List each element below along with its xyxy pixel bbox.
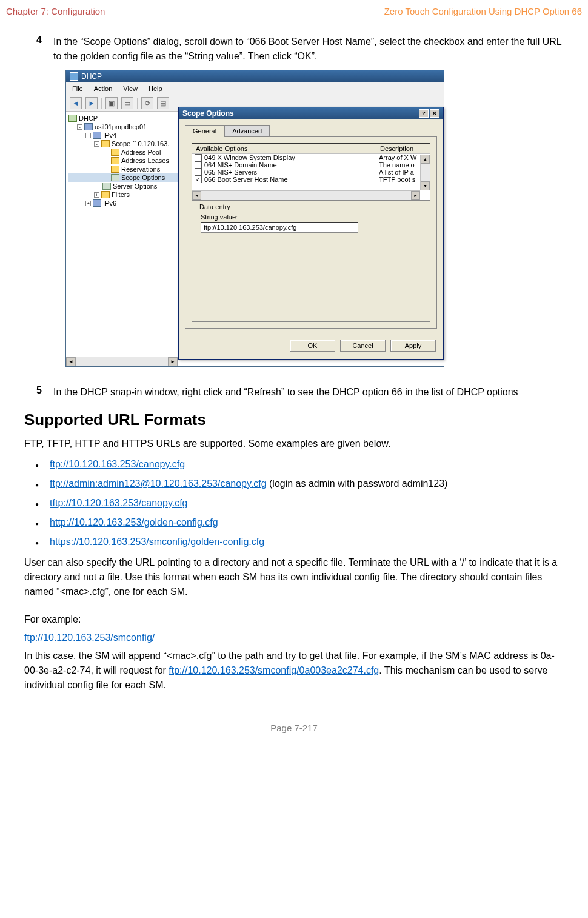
apply-button[interactable]: Apply [390, 340, 436, 352]
menu-file[interactable]: File [72, 85, 83, 92]
separator [101, 98, 102, 109]
step-text: In the DHCP snap-in window, right click … [53, 385, 564, 400]
tree-item[interactable]: Address Pool [121, 149, 161, 156]
url-link[interactable]: https://10.120.163.253/smconfig/golden-c… [50, 537, 264, 547]
tree-scope[interactable]: Scope [10.120.163. [112, 140, 169, 147]
url-link[interactable]: tftp://10.120.163.253/canopy.cfg [50, 498, 187, 508]
option-label: 066 Boot Server Host Name [204, 176, 379, 183]
list-item: ●tftp://10.120.163.253/canopy.cfg [24, 494, 564, 513]
checkbox-checked[interactable]: ✓ [195, 176, 202, 183]
folder-icon [101, 140, 110, 147]
help-icon[interactable]: ? [419, 109, 429, 118]
folder-icon [111, 166, 119, 173]
checkbox[interactable] [195, 161, 202, 169]
step-5: 5 In the DHCP snap-in window, right clic… [24, 385, 564, 400]
url-link[interactable]: ftp://10.120.163.253/canopy.cfg [50, 459, 185, 469]
list-vscrollbar[interactable]: ▲▼ [420, 155, 430, 190]
tree-item-selected[interactable]: Scope Options [121, 174, 165, 181]
column-description[interactable]: Description [376, 144, 430, 153]
collapse-icon[interactable]: - [85, 133, 91, 138]
forward-icon[interactable]: ► [85, 97, 98, 109]
tree-pane: DHCP - usil01pmpdhcp01 - IPv4 - Scope [1… [66, 112, 178, 366]
tree-ipv6[interactable]: IPv6 [103, 199, 116, 207]
expand-icon[interactable]: + [94, 192, 99, 198]
fieldset-legend: Data entry [197, 203, 233, 210]
dialog-title: Scope Options [182, 109, 234, 118]
collapse-icon[interactable]: - [94, 141, 99, 147]
list-item: ●https://10.120.163.253/smconfig/golden-… [24, 532, 564, 552]
scroll-down-icon[interactable]: ▼ [421, 181, 430, 190]
final-url-link[interactable]: ftp://10.120.163.253/smconfig/0a003ea2c2… [169, 665, 379, 675]
option-label: 064 NIS+ Domain Name [204, 161, 379, 169]
option-row[interactable]: 064 NIS+ Domain NameThe name o [192, 161, 430, 169]
intro-paragraph: FTP, TFTP, HTTP and HTTPS URLs are suppo… [24, 437, 564, 451]
expand-icon[interactable]: + [85, 201, 91, 206]
data-entry-fieldset: Data entry String value: [192, 207, 430, 322]
section-label: Zero Touch Configuration Using DHCP Opti… [384, 6, 582, 16]
export-icon[interactable]: ▤ [157, 97, 169, 109]
collapse-icon[interactable]: - [77, 124, 82, 130]
refresh-icon[interactable]: ⟳ [141, 97, 153, 109]
options-icon [102, 183, 111, 190]
dhcp-root-icon [68, 115, 77, 122]
url-link[interactable]: ftp://admin:admin123@10.120.163.253/cano… [50, 478, 267, 489]
tree-item[interactable]: Filters [112, 191, 130, 198]
tree-ipv4[interactable]: IPv4 [103, 132, 116, 139]
example-label: For example: [24, 612, 564, 627]
option-row[interactable]: 065 NIS+ ServersA list of IP a [192, 169, 430, 176]
checkbox[interactable] [195, 154, 202, 161]
tree-item[interactable]: Reservations [121, 166, 160, 173]
checkbox[interactable] [195, 169, 202, 176]
scroll-up-icon[interactable]: ▲ [421, 155, 430, 164]
scroll-right-icon[interactable]: ► [168, 357, 178, 366]
option-row[interactable]: 049 X Window System DisplayArray of X W [192, 154, 430, 161]
url-suffix: (login as admin with password admin123) [267, 478, 448, 489]
separator [137, 98, 138, 109]
close-icon[interactable]: ✕ [430, 109, 439, 118]
scope-options-dialog: Scope Options ? ✕ General Advanced [178, 107, 444, 360]
list-item: ●http://10.120.163.253/golden-config.cfg [24, 513, 564, 532]
bullet-icon: ● [24, 515, 50, 528]
cancel-button[interactable]: Cancel [340, 340, 386, 352]
ok-button[interactable]: OK [290, 340, 335, 352]
tree-item[interactable]: Server Options [113, 183, 157, 190]
tab-advanced[interactable]: Advanced [224, 125, 270, 137]
tab-general[interactable]: General [185, 125, 224, 137]
menu-help[interactable]: Help [149, 85, 162, 92]
bullet-icon: ● [24, 535, 50, 548]
menubar: File Action View Help [66, 82, 444, 95]
ipv4-icon [93, 132, 101, 139]
menu-action[interactable]: Action [94, 85, 113, 92]
up-icon[interactable]: ▣ [105, 97, 118, 109]
tree-root[interactable]: DHCP [79, 115, 98, 122]
ipv6-icon [93, 199, 101, 207]
example-url-link[interactable]: ftp://10.120.163.253/smconfig/ [24, 632, 155, 643]
option-row[interactable]: ✓066 Boot Server Host NameTFTP boot s [192, 176, 430, 183]
scroll-right-icon[interactable]: ► [411, 191, 420, 200]
list-hscrollbar[interactable]: ◄► [192, 190, 420, 200]
properties-icon[interactable]: ▭ [121, 97, 133, 109]
folder-icon [111, 157, 119, 164]
column-available[interactable]: Available Options [192, 144, 376, 153]
scroll-left-icon[interactable]: ◄ [66, 357, 76, 366]
step-number: 5 [24, 385, 53, 400]
scroll-left-icon[interactable]: ◄ [192, 191, 201, 200]
directory-paragraph: User can also specify the URL pointing t… [24, 555, 564, 599]
step-4: 4 In the “Scope Options” dialog, scroll … [24, 35, 564, 64]
step-text: In the “Scope Options” dialog, scroll do… [53, 35, 564, 64]
window-title: DHCP [81, 72, 102, 81]
string-value-input[interactable] [201, 222, 358, 233]
tree-scrollbar[interactable]: ◄► [66, 357, 178, 366]
filter-icon [101, 191, 110, 198]
menu-view[interactable]: View [123, 85, 138, 92]
dhcp-window: DHCP File Action View Help ◄ ► ▣ ▭ ⟳ ▤ D [65, 70, 444, 367]
url-link[interactable]: http://10.120.163.253/golden-config.cfg [50, 517, 218, 528]
back-icon[interactable]: ◄ [70, 97, 82, 109]
app-icon [70, 72, 78, 81]
string-value-label: String value: [201, 213, 424, 221]
tree-server[interactable]: usil01pmpdhcp01 [95, 123, 147, 130]
tree-item[interactable]: Address Leases [121, 157, 169, 164]
heading-supported-url-formats: Supported URL Formats [0, 410, 588, 429]
final-paragraph: In this case, the SM will append “<mac>.… [24, 649, 564, 692]
page-footer: Page 7-217 [0, 723, 588, 733]
